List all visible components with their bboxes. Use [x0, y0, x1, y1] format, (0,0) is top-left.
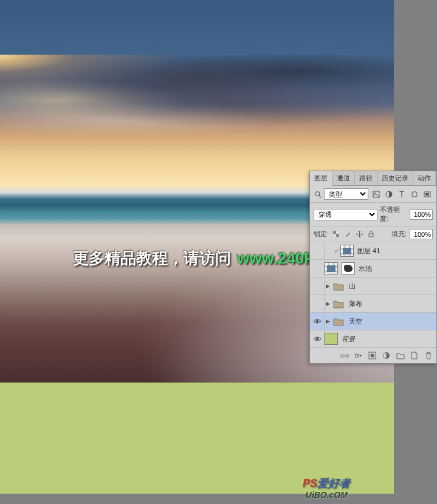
- layer-row[interactable]: ▶ 山: [310, 278, 436, 295]
- filter-shape-icon[interactable]: [410, 190, 419, 199]
- layer-name[interactable]: 瀑布: [349, 299, 362, 308]
- watermark-corner: PS爱好者: [303, 476, 350, 491]
- visibility-toggle[interactable]: [310, 295, 325, 312]
- fill-label: 填充:: [391, 230, 407, 239]
- tab-paths[interactable]: 路径: [355, 171, 377, 185]
- trash-icon[interactable]: [424, 351, 433, 360]
- fx-icon[interactable]: fx▾: [354, 351, 363, 360]
- filter-adjust-icon[interactable]: [385, 190, 393, 199]
- group-icon[interactable]: [332, 280, 345, 292]
- eye-icon: [313, 318, 322, 324]
- layer-thumbnail[interactable]: [325, 262, 338, 274]
- adj-icon[interactable]: [382, 351, 391, 360]
- watermark-fans: 爱好者: [317, 477, 350, 489]
- layer-name[interactable]: 图层 41: [357, 247, 380, 256]
- blend-mode-select[interactable]: 穿透: [314, 209, 377, 220]
- tab-actions[interactable]: 动作: [413, 171, 436, 185]
- tab-channels[interactable]: 通道: [332, 171, 355, 185]
- layer-thumbnail[interactable]: [325, 333, 338, 345]
- layer-mask-thumbnail[interactable]: [342, 262, 355, 274]
- filter-image-icon[interactable]: [372, 190, 380, 199]
- filter-type-icons: T: [371, 190, 433, 199]
- lock-row: 锁定: 填充:: [310, 226, 436, 242]
- lock-icons: [332, 230, 375, 239]
- lock-trans-icon[interactable]: [332, 230, 340, 239]
- svg-point-13: [316, 320, 318, 322]
- watermark-domain: UiBO.cOM: [306, 490, 348, 500]
- layer-row[interactable]: 水池: [310, 260, 436, 278]
- visibility-toggle[interactable]: [310, 242, 325, 259]
- filter-smart-icon[interactable]: [423, 190, 432, 199]
- group-icon[interactable]: [396, 351, 405, 360]
- fill-input[interactable]: [410, 229, 433, 239]
- svg-rect-9: [336, 234, 339, 237]
- watermark-ps: PS: [303, 477, 317, 489]
- tab-history[interactable]: 历史记录: [377, 171, 413, 185]
- layer-row[interactable]: 背景: [310, 330, 436, 348]
- layer-name[interactable]: 天空: [349, 317, 362, 326]
- svg-point-14: [316, 338, 318, 340]
- opacity-input[interactable]: [410, 209, 433, 220]
- svg-rect-5: [412, 192, 417, 197]
- disclosure-triangle[interactable]: ▶: [325, 283, 331, 289]
- svg-rect-11: [333, 234, 336, 237]
- layers-list: ⤶ 图层 41 水池 ▶ 山 ▶ 瀑布: [310, 242, 436, 348]
- new-icon[interactable]: [410, 351, 419, 360]
- group-icon[interactable]: [332, 315, 345, 327]
- layer-thumbnail[interactable]: [340, 245, 354, 257]
- panel-tabs: 图层 通道 路径 历史记录 动作: [310, 171, 436, 186]
- panel-bottom-bar: fx▾: [310, 348, 436, 363]
- clip-mask-indicator: ⤶: [333, 248, 339, 254]
- visibility-toggle[interactable]: [310, 278, 325, 295]
- lock-all-icon[interactable]: [366, 230, 375, 239]
- lock-label: 锁定:: [314, 230, 329, 239]
- layer-name[interactable]: 水池: [359, 264, 372, 273]
- blend-row: 穿透 不透明度:: [310, 203, 436, 226]
- filter-row: 类型 T: [310, 186, 436, 203]
- layer-name[interactable]: 山: [349, 282, 356, 291]
- svg-point-0: [315, 191, 319, 196]
- search-icon: [314, 190, 322, 198]
- disclosure-triangle[interactable]: ▶: [325, 318, 331, 324]
- tab-layers[interactable]: 图层: [310, 171, 332, 186]
- lock-position-icon[interactable]: [355, 230, 363, 239]
- visibility-toggle[interactable]: [310, 260, 325, 277]
- filter-text-icon[interactable]: T: [397, 190, 406, 199]
- eye-icon: [313, 336, 322, 342]
- svg-rect-7: [425, 193, 429, 196]
- watermark-text-cn: 更多精品教程，请访问: [73, 248, 231, 269]
- visibility-toggle[interactable]: [310, 313, 325, 330]
- svg-rect-8: [333, 231, 336, 234]
- disclosure-triangle[interactable]: ▶: [325, 301, 331, 307]
- svg-rect-12: [369, 234, 373, 237]
- link-icon[interactable]: [340, 351, 349, 360]
- layers-panel: 图层 通道 路径 历史记录 动作 类型 T 穿透 不透明度: 锁定:: [309, 171, 437, 364]
- opacity-label: 不透明度:: [380, 205, 407, 223]
- layer-row[interactable]: ▶ 天空: [310, 313, 436, 330]
- svg-line-1: [318, 195, 320, 197]
- lock-pixels-icon[interactable]: [343, 230, 352, 239]
- filter-kind-select[interactable]: 类型: [324, 188, 368, 200]
- layer-name[interactable]: 背景: [342, 335, 355, 344]
- layer-row[interactable]: ▶ 瀑布: [310, 295, 436, 313]
- visibility-toggle[interactable]: [310, 330, 325, 347]
- group-icon[interactable]: [332, 298, 345, 310]
- layer-row[interactable]: ⤶ 图层 41: [310, 242, 436, 260]
- mask-icon[interactable]: [368, 351, 377, 360]
- svg-rect-10: [336, 231, 339, 234]
- svg-point-16: [371, 354, 374, 358]
